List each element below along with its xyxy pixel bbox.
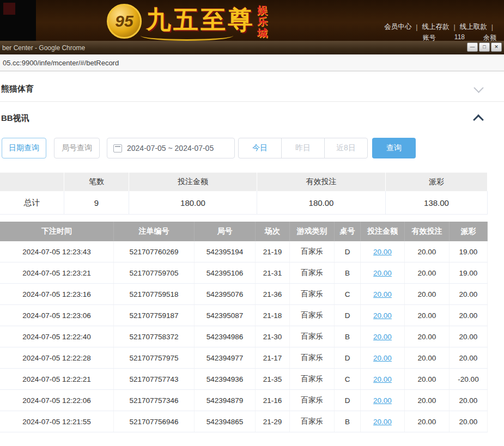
header-round-id: 局号	[195, 222, 256, 241]
cell-bet-amount: 20.00	[361, 369, 405, 389]
cell-table-no: B	[335, 411, 361, 432]
window-title: ber Center - Google Chrome	[2, 44, 85, 52]
screen: 95 九五至尊 娱 乐 城 会员中心 | 线上存款 | 线上取款 | 账号 11…	[0, 0, 504, 446]
banner-corner-block	[0, 0, 36, 41]
cell-session: 21-17	[256, 347, 290, 368]
yesterday-button[interactable]: 昨日	[281, 138, 325, 158]
cell-bet-time: 2024-07-05 12:22:21	[0, 369, 114, 389]
minimize-button[interactable]: —	[467, 42, 478, 52]
bet-amount-link[interactable]: 20.00	[373, 248, 392, 256]
table-row: 2024-07-05 12:23:06 521707759187 5423950…	[0, 305, 488, 326]
cell-table-no: B	[335, 262, 361, 283]
cell-round-id: 542395194	[195, 241, 256, 262]
maximize-button[interactable]: □	[479, 42, 490, 52]
last-8-days-button[interactable]: 近8日	[324, 138, 368, 158]
cell-valid-bet: 20.00	[405, 369, 450, 389]
summary-header-row: 笔数 投注金额 有效投注 派彩	[0, 173, 488, 191]
cell-game-type: 百家乐	[290, 241, 335, 262]
logo-subtext-char: 城	[257, 27, 268, 39]
cell-session: 21-31	[256, 262, 290, 283]
cell-payout: 20.00	[450, 347, 488, 368]
search-button[interactable]: 查询	[372, 138, 416, 158]
cell-payout: -20.00	[450, 369, 488, 389]
header-bet-time: 下注时间	[0, 222, 114, 241]
banner-corner-red-block	[3, 3, 15, 15]
cell-bet-amount: 20.00	[361, 241, 405, 262]
cell-game-type: 百家乐	[290, 262, 335, 283]
nav-link-deposit[interactable]: 线上存款	[422, 22, 450, 32]
summary-total-row: 总计 9 180.00 180.00 138.00	[0, 191, 488, 215]
filter-toolbar: 日期查询 局号查询 2024-07-05 ~ 2024-07-05 今日 昨日 …	[0, 138, 504, 158]
round-query-tab[interactable]: 局号查询	[54, 138, 100, 158]
cell-bet-id: 521707758372	[114, 326, 195, 347]
bet-amount-link[interactable]: 20.00	[373, 333, 392, 341]
date-range-picker[interactable]: 2024-07-05 ~ 2024-07-05	[107, 138, 235, 158]
logo-subtext-char: 乐	[257, 16, 268, 27]
cell-round-id: 542395087	[195, 305, 256, 326]
summary-header-bet-amount: 投注金额	[129, 173, 257, 191]
window-titlebar[interactable]: ber Center - Google Chrome — □ ✕	[0, 41, 504, 54]
bet-amount-link[interactable]: 20.00	[373, 269, 392, 277]
cell-round-id: 542395106	[195, 262, 256, 283]
cell-bet-amount: 20.00	[361, 305, 405, 326]
calendar-icon	[113, 144, 122, 152]
table-row: 2024-07-05 12:22:06 521707757346 5423948…	[0, 390, 488, 411]
nav-link-withdraw[interactable]: 线上取款	[460, 22, 487, 32]
cell-session: 21-35	[256, 369, 290, 389]
section-bb-video[interactable]: BB视讯	[0, 102, 504, 135]
today-button[interactable]: 今日	[238, 138, 282, 158]
cell-session: 21-36	[256, 284, 290, 304]
cell-valid-bet: 20.00	[405, 241, 450, 262]
nav-separator: |	[416, 23, 417, 31]
cell-bet-amount: 20.00	[361, 390, 405, 411]
bet-amount-link[interactable]: 20.00	[373, 354, 392, 362]
cell-bet-time: 2024-07-05 12:22:40	[0, 326, 114, 347]
cell-valid-bet: 20.00	[405, 326, 450, 347]
cell-game-type: 百家乐	[290, 347, 335, 368]
table-row: 2024-07-05 12:23:43 521707760269 5423951…	[0, 241, 488, 262]
cell-payout: 20.00	[450, 284, 488, 304]
cell-payout: 20.00	[450, 390, 488, 411]
bet-amount-link[interactable]: 20.00	[373, 290, 392, 298]
cell-bet-amount: 20.00	[361, 262, 405, 283]
address-bar[interactable]: 05.cc:9900/infe/mcenter/#/betRecord	[0, 54, 504, 71]
cell-round-id: 542394977	[195, 347, 256, 368]
nav-link-member-center[interactable]: 会员中心	[384, 22, 411, 32]
cell-session: 21-18	[256, 305, 290, 326]
header-bet-id: 注单编号	[114, 222, 195, 241]
logo-subtext-char: 娱	[257, 4, 268, 16]
quick-range-group: 今日 昨日 近8日	[238, 138, 368, 158]
cell-round-id: 542395076	[195, 284, 256, 304]
cell-round-id: 542394936	[195, 369, 256, 389]
window-controls: — □ ✕	[467, 42, 502, 52]
cell-session: 21-29	[256, 411, 290, 432]
cell-bet-time: 2024-07-05 12:22:28	[0, 347, 114, 368]
bet-amount-link[interactable]: 20.00	[373, 418, 392, 426]
close-button[interactable]: ✕	[491, 42, 502, 52]
logo-flourish	[141, 30, 233, 41]
cell-valid-bet: 20.00	[405, 284, 450, 304]
summary-header-count: 笔数	[64, 173, 129, 191]
cell-bet-id: 521707757975	[114, 347, 195, 368]
bet-table-header: 下注时间 注单编号 局号 场次 游戏类别 桌号 投注金额 有效投注 派彩	[0, 222, 488, 241]
section-title: 熊猫体育	[1, 84, 34, 94]
cell-valid-bet: 20.00	[405, 305, 450, 326]
date-range-value: 2024-07-05 ~ 2024-07-05	[127, 144, 214, 152]
bet-amount-link[interactable]: 20.00	[373, 396, 392, 405]
cell-round-id: 542394986	[195, 326, 256, 347]
cell-table-no: C	[335, 284, 361, 304]
page-content: 熊猫体育 BB视讯 日期查询 局号查询 2024-07-05 ~ 2024-07…	[0, 71, 504, 446]
cell-bet-id: 521707757346	[114, 390, 195, 411]
cell-bet-time: 2024-07-05 12:21:55	[0, 411, 114, 432]
cell-round-id: 542394865	[195, 411, 256, 432]
bet-amount-link[interactable]: 20.00	[373, 375, 392, 383]
table-row: 2024-07-05 12:23:16 521707759518 5423950…	[0, 284, 488, 305]
bet-amount-link[interactable]: 20.00	[373, 311, 392, 320]
cell-table-no: C	[335, 369, 361, 389]
site-banner: 95 九五至尊 娱 乐 城 会员中心 | 线上存款 | 线上取款 | 账号 11…	[0, 0, 504, 41]
cell-valid-bet: 20.00	[405, 411, 450, 432]
section-panda-sports[interactable]: 熊猫体育	[0, 76, 504, 102]
date-query-tab[interactable]: 日期查询	[2, 138, 46, 158]
table-row: 2024-07-05 12:21:55 521707756946 5423948…	[0, 411, 488, 432]
cell-table-no: D	[335, 390, 361, 411]
